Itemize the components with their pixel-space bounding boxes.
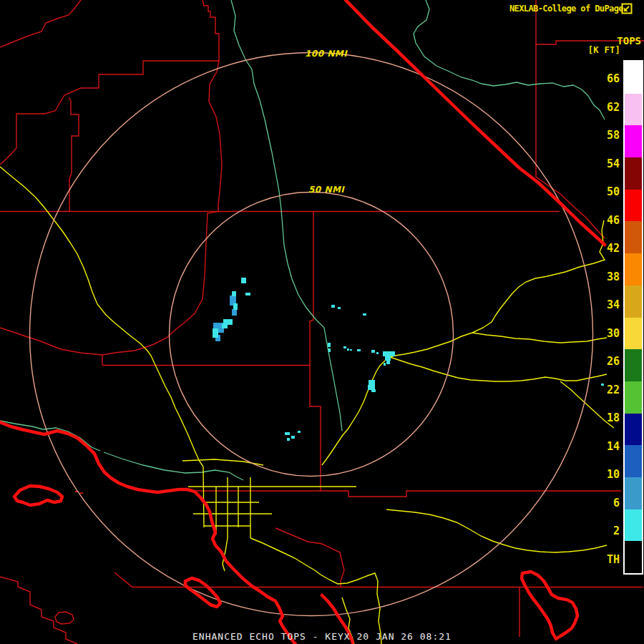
interstate-15	[346, 0, 605, 245]
legend-tick-label: 46	[594, 214, 620, 227]
legend-color-segment	[625, 286, 642, 318]
legend-tick-label: 66	[594, 72, 620, 85]
legend-color-segment	[625, 509, 642, 542]
legend-color-segment	[625, 125, 642, 157]
legend-tick-label: 14	[594, 440, 620, 453]
radar-echoes	[213, 278, 604, 441]
site-title: NEXLAB-College of DuPage	[509, 4, 623, 14]
legend-tick-label: 54	[594, 157, 620, 170]
legend-units: [K FT]	[588, 45, 620, 55]
coastline	[0, 422, 296, 644]
legend-color-segment	[625, 62, 642, 94]
legend-color-segment	[625, 318, 642, 350]
legend-color-segment	[625, 221, 642, 253]
legend-tick-label: 10	[594, 468, 620, 481]
legend-tick-label: 2	[594, 525, 620, 537]
legend-tick-label: 50	[594, 185, 620, 198]
legend-tick-label: 6	[594, 497, 620, 509]
range-ring-100nmi-label: 100 NMI	[305, 49, 347, 59]
legend-tick-label: 34	[594, 298, 620, 311]
legend-color-segment	[625, 253, 642, 286]
island-san-clemente	[522, 572, 577, 639]
legend-color-segment	[625, 349, 642, 381]
legend-color-segment	[625, 445, 642, 477]
island-catalina	[185, 578, 220, 607]
product-caption: ENHANCED ECHO TOPS - KEYX 20 JAN 26 08:2…	[192, 631, 452, 642]
legend-color-segment	[625, 157, 642, 190]
legend-tick-label: 22	[594, 384, 620, 396]
county-boundaries	[0, 0, 644, 644]
legend-tick-label: 58	[594, 129, 620, 142]
legend-color-segment	[625, 190, 642, 222]
legend-tick-label: 30	[594, 327, 620, 340]
radar-map	[0, 0, 644, 644]
island-santa-cruz	[14, 486, 62, 505]
range-ring-50nmi	[170, 192, 454, 477]
legend-tick-label: 26	[594, 355, 620, 368]
radar-screen: NEXLAB-College of DuPage TOPS [K FT] 100…	[0, 0, 644, 644]
legend-tick-label: 38	[594, 270, 620, 283]
legend-color-segment	[625, 414, 642, 446]
legend-color-segment	[625, 477, 642, 509]
rivers	[0, 0, 605, 480]
range-rings	[30, 53, 593, 616]
legend-tick-label: 18	[594, 411, 620, 424]
legend-color-segment	[625, 94, 642, 126]
cod-logo-icon	[621, 3, 633, 14]
range-ring-50nmi-label: 50 NMI	[308, 185, 344, 195]
legend-tick-label: 62	[594, 101, 620, 114]
legend-colorbar	[623, 60, 643, 575]
legend-color-segment	[625, 541, 642, 573]
legend-title: TOPS	[617, 35, 641, 47]
range-ring-100nmi	[30, 53, 593, 616]
legend-tick-label: 42	[594, 242, 620, 255]
legend-color-segment	[625, 381, 642, 414]
legend-tick-label: TH	[594, 553, 620, 566]
